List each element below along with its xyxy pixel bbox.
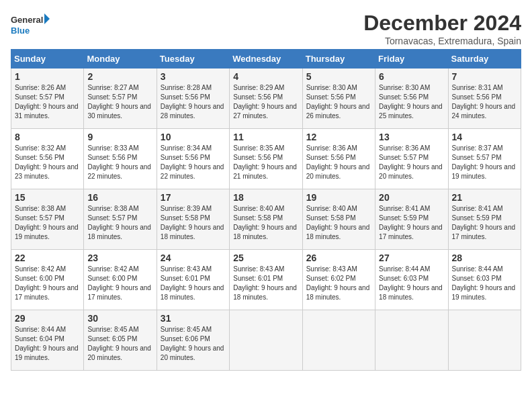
- calendar-cell: [448, 310, 521, 371]
- page-subtitle: Tornavacas, Extremadura, Spain: [363, 36, 521, 46]
- cell-info: Sunrise: 8:29 AMSunset: 5:56 PMDaylight:…: [233, 84, 297, 120]
- day-number: 26: [306, 253, 371, 263]
- day-number: 6: [379, 71, 444, 82]
- title-area: December 2024 Tornavacas, Extremadura, S…: [363, 11, 521, 46]
- calendar-cell: [375, 310, 448, 371]
- logo-svg: General Blue: [11, 11, 51, 40]
- day-number: 22: [15, 253, 80, 263]
- day-number: 2: [87, 71, 152, 82]
- calendar-cell: 21 Sunrise: 8:41 AMSunset: 5:59 PMDaylig…: [448, 189, 521, 250]
- day-number: 16: [87, 192, 152, 203]
- cell-info: Sunrise: 8:38 AMSunset: 5:57 PMDaylight:…: [87, 205, 151, 240]
- day-number: 9: [87, 132, 152, 142]
- cell-info: Sunrise: 8:31 AMSunset: 5:56 PMDaylight:…: [452, 84, 516, 120]
- calendar-cell: 19 Sunrise: 8:40 AMSunset: 5:58 PMDaylig…: [302, 189, 375, 250]
- calendar-cell: 24 Sunrise: 8:43 AMSunset: 6:01 PMDaylig…: [157, 250, 229, 310]
- calendar-cell: 13 Sunrise: 8:36 AMSunset: 5:57 PMDaylig…: [375, 129, 448, 189]
- calendar-cell: 11 Sunrise: 8:35 AMSunset: 5:56 PMDaylig…: [230, 129, 302, 189]
- calendar-cell: 3 Sunrise: 8:28 AMSunset: 5:56 PMDayligh…: [157, 68, 229, 129]
- header-monday: Monday: [84, 50, 157, 68]
- cell-info: Sunrise: 8:38 AMSunset: 5:57 PMDaylight:…: [15, 205, 79, 240]
- day-number: 12: [306, 132, 371, 142]
- cell-info: Sunrise: 8:27 AMSunset: 5:57 PMDaylight:…: [87, 84, 151, 120]
- cell-info: Sunrise: 8:41 AMSunset: 5:59 PMDaylight:…: [452, 205, 516, 240]
- cell-info: Sunrise: 8:45 AMSunset: 6:06 PMDaylight:…: [161, 326, 224, 361]
- page-title: December 2024: [363, 11, 521, 36]
- calendar-cell: 25 Sunrise: 8:43 AMSunset: 6:01 PMDaylig…: [230, 250, 302, 310]
- calendar-cell: 31 Sunrise: 8:45 AMSunset: 6:06 PMDaylig…: [157, 310, 229, 371]
- calendar-cell: 5 Sunrise: 8:30 AMSunset: 5:56 PMDayligh…: [302, 68, 375, 129]
- day-number: 17: [161, 192, 226, 203]
- day-number: 4: [233, 71, 298, 82]
- day-number: 5: [306, 71, 371, 82]
- calendar-cell: 20 Sunrise: 8:41 AMSunset: 5:59 PMDaylig…: [375, 189, 448, 250]
- header-tuesday: Tuesday: [157, 50, 229, 68]
- header-thursday: Thursday: [302, 50, 375, 68]
- cell-info: Sunrise: 8:45 AMSunset: 6:05 PMDaylight:…: [87, 326, 151, 361]
- day-number: 20: [379, 192, 444, 203]
- page-header: General Blue December 2024 Tornavacas, E…: [11, 11, 521, 46]
- day-number: 24: [161, 253, 226, 263]
- day-number: 21: [452, 192, 517, 203]
- cell-info: Sunrise: 8:42 AMSunset: 6:00 PMDaylight:…: [87, 265, 151, 301]
- calendar-cell: 27 Sunrise: 8:44 AMSunset: 6:03 PMDaylig…: [375, 250, 448, 310]
- cell-info: Sunrise: 8:44 AMSunset: 6:03 PMDaylight:…: [452, 265, 516, 301]
- day-number: 14: [452, 132, 517, 142]
- calendar-table: SundayMondayTuesdayWednesdayThursdayFrid…: [11, 49, 521, 371]
- cell-info: Sunrise: 8:43 AMSunset: 6:01 PMDaylight:…: [161, 265, 224, 301]
- day-number: 27: [379, 253, 444, 263]
- calendar-cell: 1 Sunrise: 8:26 AMSunset: 5:57 PMDayligh…: [11, 68, 84, 129]
- calendar-cell: 9 Sunrise: 8:33 AMSunset: 5:56 PMDayligh…: [84, 129, 157, 189]
- calendar-cell: 30 Sunrise: 8:45 AMSunset: 6:05 PMDaylig…: [84, 310, 157, 371]
- day-number: 25: [233, 253, 298, 263]
- cell-info: Sunrise: 8:32 AMSunset: 5:56 PMDaylight:…: [15, 144, 79, 180]
- day-number: 13: [379, 132, 444, 142]
- day-number: 29: [15, 313, 80, 324]
- svg-marker-2: [44, 13, 50, 24]
- cell-info: Sunrise: 8:44 AMSunset: 6:04 PMDaylight:…: [15, 326, 79, 361]
- day-number: 8: [15, 132, 80, 142]
- header-friday: Friday: [375, 50, 448, 68]
- cell-info: Sunrise: 8:39 AMSunset: 5:58 PMDaylight:…: [161, 205, 224, 240]
- calendar-cell: [302, 310, 375, 371]
- cell-info: Sunrise: 8:35 AMSunset: 5:56 PMDaylight:…: [233, 144, 297, 180]
- cell-info: Sunrise: 8:36 AMSunset: 5:56 PMDaylight:…: [306, 144, 370, 180]
- day-number: 1: [15, 71, 80, 82]
- day-number: 3: [161, 71, 226, 82]
- calendar-cell: 2 Sunrise: 8:27 AMSunset: 5:57 PMDayligh…: [84, 68, 157, 129]
- calendar-cell: 17 Sunrise: 8:39 AMSunset: 5:58 PMDaylig…: [157, 189, 229, 250]
- calendar-cell: 16 Sunrise: 8:38 AMSunset: 5:57 PMDaylig…: [84, 189, 157, 250]
- header-saturday: Saturday: [448, 50, 521, 68]
- day-number: 28: [452, 253, 517, 263]
- calendar-header: SundayMondayTuesdayWednesdayThursdayFrid…: [11, 50, 521, 68]
- cell-info: Sunrise: 8:34 AMSunset: 5:56 PMDaylight:…: [161, 144, 224, 180]
- cell-info: Sunrise: 8:37 AMSunset: 5:57 PMDaylight:…: [452, 144, 516, 180]
- logo: General Blue: [11, 11, 51, 40]
- calendar-cell: 26 Sunrise: 8:43 AMSunset: 6:02 PMDaylig…: [302, 250, 375, 310]
- header-wednesday: Wednesday: [230, 50, 302, 68]
- calendar-cell: 6 Sunrise: 8:30 AMSunset: 5:56 PMDayligh…: [375, 68, 448, 129]
- calendar-cell: 29 Sunrise: 8:44 AMSunset: 6:04 PMDaylig…: [11, 310, 84, 371]
- cell-info: Sunrise: 8:30 AMSunset: 5:56 PMDaylight:…: [306, 84, 370, 120]
- calendar-cell: 28 Sunrise: 8:44 AMSunset: 6:03 PMDaylig…: [448, 250, 521, 310]
- svg-text:Blue: Blue: [11, 26, 30, 36]
- cell-info: Sunrise: 8:26 AMSunset: 5:57 PMDaylight:…: [15, 84, 79, 120]
- cell-info: Sunrise: 8:28 AMSunset: 5:56 PMDaylight:…: [161, 84, 224, 120]
- cell-info: Sunrise: 8:40 AMSunset: 5:58 PMDaylight:…: [233, 205, 297, 240]
- cell-info: Sunrise: 8:43 AMSunset: 6:02 PMDaylight:…: [306, 265, 370, 301]
- cell-info: Sunrise: 8:42 AMSunset: 6:00 PMDaylight:…: [15, 265, 79, 301]
- calendar-cell: 4 Sunrise: 8:29 AMSunset: 5:56 PMDayligh…: [230, 68, 302, 129]
- svg-text:General: General: [11, 15, 43, 25]
- cell-info: Sunrise: 8:30 AMSunset: 5:56 PMDaylight:…: [379, 84, 443, 120]
- day-number: 19: [306, 192, 371, 203]
- cell-info: Sunrise: 8:44 AMSunset: 6:03 PMDaylight:…: [379, 265, 443, 301]
- calendar-cell: 7 Sunrise: 8:31 AMSunset: 5:56 PMDayligh…: [448, 68, 521, 129]
- day-number: 7: [452, 71, 517, 82]
- day-number: 18: [233, 192, 298, 203]
- calendar-cell: 8 Sunrise: 8:32 AMSunset: 5:56 PMDayligh…: [11, 129, 84, 189]
- calendar-cell: 22 Sunrise: 8:42 AMSunset: 6:00 PMDaylig…: [11, 250, 84, 310]
- day-number: 30: [87, 313, 152, 324]
- day-number: 15: [15, 192, 80, 203]
- calendar-cell: 15 Sunrise: 8:38 AMSunset: 5:57 PMDaylig…: [11, 189, 84, 250]
- calendar-cell: 10 Sunrise: 8:34 AMSunset: 5:56 PMDaylig…: [157, 129, 229, 189]
